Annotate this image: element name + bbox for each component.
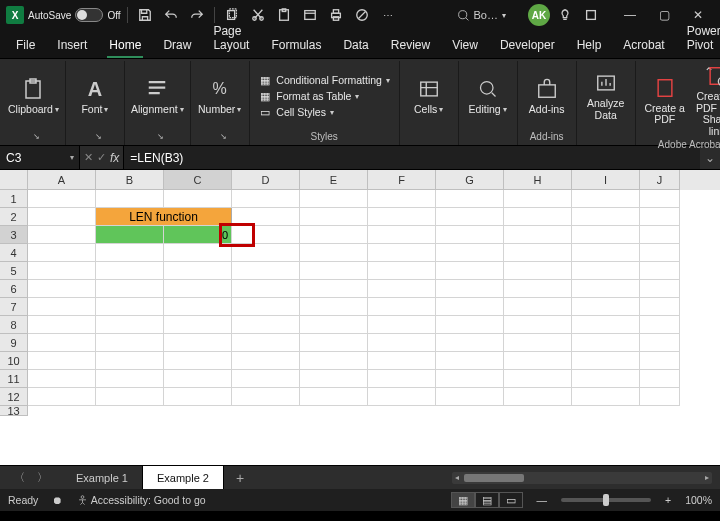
row-header[interactable]: 8 bbox=[0, 316, 28, 334]
zoom-out-icon[interactable]: ― bbox=[537, 494, 548, 506]
row-header[interactable]: 1 bbox=[0, 190, 28, 208]
row-headers[interactable]: 1 2 3 4 5 6 7 8 9 10 11 12 13 bbox=[0, 190, 28, 416]
search-box[interactable]: Bo… ▾ bbox=[457, 9, 506, 22]
page-layout-view-icon[interactable]: ▤ bbox=[475, 492, 499, 508]
col-header[interactable]: B bbox=[96, 170, 164, 190]
col-header[interactable]: E bbox=[300, 170, 368, 190]
select-all-corner[interactable] bbox=[0, 170, 28, 190]
row-header[interactable]: 3 bbox=[0, 226, 28, 244]
editing-button[interactable]: Editing▾ bbox=[465, 76, 511, 116]
addins-button[interactable]: Add-ins bbox=[524, 76, 570, 116]
cancel-formula-icon[interactable]: ✕ bbox=[84, 151, 93, 164]
sheet-tab-example1[interactable]: Example 1 bbox=[62, 466, 143, 489]
page-break-view-icon[interactable]: ▭ bbox=[499, 492, 523, 508]
print-icon[interactable] bbox=[325, 4, 347, 26]
tab-view[interactable]: View bbox=[442, 34, 488, 58]
column-headers[interactable]: A B C D E F G H I J bbox=[28, 170, 720, 190]
minimize-button[interactable]: ― bbox=[614, 3, 646, 27]
row-header[interactable]: 7 bbox=[0, 298, 28, 316]
number-button[interactable]: % Number▾ bbox=[197, 76, 243, 116]
tab-file[interactable]: File bbox=[6, 34, 45, 58]
alignment-button[interactable]: Alignment▾ bbox=[131, 76, 184, 116]
accessibility-status[interactable]: Accessibility: Good to go bbox=[77, 494, 205, 506]
maximize-button[interactable]: ▢ bbox=[648, 3, 680, 27]
sheet-next-icon[interactable]: 〉 bbox=[37, 470, 48, 485]
autosave-toggle[interactable]: AutoSave Off bbox=[28, 8, 121, 22]
no-border-icon[interactable] bbox=[351, 4, 373, 26]
row-header[interactable]: 9 bbox=[0, 334, 28, 352]
tab-acrobat[interactable]: Acrobat bbox=[613, 34, 674, 58]
col-header[interactable]: J bbox=[640, 170, 680, 190]
ribbon: ⌃ Clipboard▾ ↘ A Font▾ ↘ Alignment▾ ↘ bbox=[0, 58, 720, 146]
zoom-level[interactable]: 100% bbox=[685, 494, 712, 506]
col-header[interactable]: A bbox=[28, 170, 96, 190]
tab-formulas[interactable]: Formulas bbox=[261, 34, 331, 58]
user-avatar[interactable]: AK bbox=[528, 4, 550, 26]
row-header[interactable]: 12 bbox=[0, 388, 28, 406]
formula-input[interactable]: =LEN(B3) bbox=[124, 146, 700, 169]
svg-point-23 bbox=[81, 496, 84, 499]
tab-data[interactable]: Data bbox=[333, 34, 378, 58]
col-header[interactable]: H bbox=[504, 170, 572, 190]
overflow-icon[interactable]: ⋯ bbox=[377, 4, 399, 26]
group-font: A Font▾ ↘ bbox=[66, 61, 125, 145]
clipboard-button[interactable]: Clipboard▾ bbox=[8, 76, 59, 116]
cell-styles-button[interactable]: ▭Cell Styles▾ bbox=[258, 105, 390, 119]
col-header[interactable]: G bbox=[436, 170, 504, 190]
accept-formula-icon[interactable]: ✓ bbox=[97, 151, 106, 164]
cells-button[interactable]: Cells▾ bbox=[406, 76, 452, 116]
row-header[interactable]: 13 bbox=[0, 406, 28, 416]
worksheet-grid[interactable]: A B C D E F G H I J 1 2 3 4 5 6 7 8 9 10… bbox=[0, 170, 720, 465]
row-header[interactable]: 10 bbox=[0, 352, 28, 370]
ribbon-tabs: File Insert Home Draw Page Layout Formul… bbox=[0, 30, 720, 58]
analyze-data-button[interactable]: Analyze Data bbox=[583, 70, 629, 121]
tab-power-pivot[interactable]: Power Pivot bbox=[677, 20, 720, 58]
horizontal-scrollbar[interactable]: ◂▸ bbox=[452, 472, 712, 484]
tab-help[interactable]: Help bbox=[567, 34, 612, 58]
conditional-formatting-button[interactable]: ▦Conditional Formatting▾ bbox=[258, 73, 390, 87]
toggle-switch[interactable] bbox=[75, 8, 103, 22]
undo-icon[interactable] bbox=[160, 4, 182, 26]
row-header[interactable]: 5 bbox=[0, 262, 28, 280]
col-header[interactable]: D bbox=[232, 170, 300, 190]
autosave-state: Off bbox=[107, 10, 120, 21]
cell-c3[interactable]: 0 bbox=[164, 226, 232, 244]
cell-b2[interactable]: LEN function bbox=[96, 208, 232, 226]
cell-b3[interactable] bbox=[96, 226, 164, 244]
formula-bar: C3▾ ✕ ✓ fx =LEN(B3) ⌄ bbox=[0, 146, 720, 170]
sheet-tab-example2[interactable]: Example 2 bbox=[143, 466, 224, 489]
save-icon[interactable] bbox=[134, 4, 156, 26]
col-header[interactable]: F bbox=[368, 170, 436, 190]
name-box[interactable]: C3▾ bbox=[0, 146, 80, 169]
col-header[interactable]: I bbox=[572, 170, 640, 190]
tab-review[interactable]: Review bbox=[381, 34, 440, 58]
tab-draw[interactable]: Draw bbox=[153, 34, 201, 58]
lightbulb-icon[interactable] bbox=[554, 4, 576, 26]
row-header[interactable]: 2 bbox=[0, 208, 28, 226]
tab-developer[interactable]: Developer bbox=[490, 34, 565, 58]
excel-logo-icon: X bbox=[6, 6, 24, 24]
autosave-label: AutoSave bbox=[28, 10, 71, 21]
col-header[interactable]: C bbox=[164, 170, 232, 190]
row-header[interactable]: 4 bbox=[0, 244, 28, 262]
tab-page-layout[interactable]: Page Layout bbox=[203, 20, 259, 58]
view-mode-buttons[interactable]: ▦ ▤ ▭ bbox=[451, 492, 523, 508]
zoom-in-icon[interactable]: + bbox=[665, 494, 671, 506]
font-button[interactable]: A Font▾ bbox=[72, 76, 118, 116]
macro-record-icon[interactable]: ⏺ bbox=[52, 494, 63, 506]
row-header[interactable]: 11 bbox=[0, 370, 28, 388]
tab-insert[interactable]: Insert bbox=[47, 34, 97, 58]
tab-home[interactable]: Home bbox=[99, 34, 151, 58]
row-header[interactable]: 6 bbox=[0, 280, 28, 298]
zoom-slider[interactable] bbox=[561, 498, 651, 502]
add-sheet-button[interactable]: + bbox=[224, 470, 256, 486]
fx-icon[interactable]: fx bbox=[110, 151, 119, 165]
sheet-prev-icon[interactable]: 〈 bbox=[14, 470, 25, 485]
help-icon[interactable] bbox=[580, 4, 602, 26]
normal-view-icon[interactable]: ▦ bbox=[451, 492, 475, 508]
create-pdf-share-button[interactable]: Create a PDF and Share link bbox=[694, 63, 720, 137]
new-sheet-icon[interactable] bbox=[299, 4, 321, 26]
format-as-table-button[interactable]: ▦Format as Table▾ bbox=[258, 89, 390, 103]
create-pdf-button[interactable]: Create a PDF bbox=[642, 75, 688, 126]
paste-icon[interactable] bbox=[273, 4, 295, 26]
